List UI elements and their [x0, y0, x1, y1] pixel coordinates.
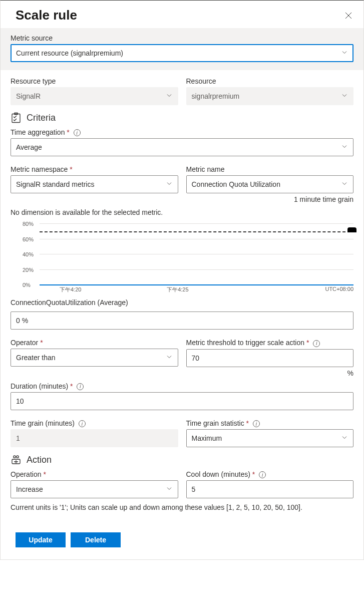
operation-select[interactable]: Increase: [11, 480, 178, 498]
y-tick: 0%: [23, 282, 31, 288]
metric-chart: 80% 60% 40% 20% 0% 下午4:20 下午4:25 UTC+08:…: [11, 223, 353, 293]
resource-value: signalrpremium: [192, 92, 240, 100]
page-title: Scale rule: [16, 8, 77, 23]
chevron-down-icon: [341, 49, 348, 58]
time-grain-note: 1 minute time grain: [186, 195, 354, 203]
chart-legend: ConnectionQuotaUtilization (Average): [11, 298, 353, 306]
units-note: Current units is '1'; Units can scale up…: [11, 503, 353, 511]
y-tick: 20%: [23, 267, 34, 273]
metric-namespace-value: SignalR standard metrics: [16, 180, 94, 188]
resource-label: Resource: [186, 77, 354, 85]
cooldown-label: Cool down (minutes) * i: [186, 470, 354, 478]
duration-label: Duration (minutes) * i: [11, 382, 353, 390]
time-grain-value: 1: [16, 434, 20, 442]
resource-type-select: SignalR: [11, 87, 178, 105]
time-aggregation-select[interactable]: Average: [11, 138, 353, 156]
threshold-marker[interactable]: [347, 227, 356, 232]
y-tick: 60%: [23, 236, 34, 242]
x-tick-tz: UTC+08:00: [325, 286, 353, 293]
x-tick: 下午4:25: [167, 286, 188, 293]
time-grain-input: 1: [11, 429, 178, 447]
info-icon[interactable]: i: [253, 420, 260, 427]
chevron-down-icon: [166, 180, 173, 189]
chevron-down-icon: [166, 485, 173, 494]
svg-point-2: [17, 456, 19, 458]
chevron-down-icon: [341, 143, 348, 152]
time-aggregation-value: Average: [16, 143, 42, 151]
svg-rect-0: [12, 114, 20, 123]
metric-source-value: Current resource (signalrpremium): [16, 49, 123, 57]
dimension-note: No dimension is available for the select…: [11, 208, 353, 216]
duration-input[interactable]: 10: [11, 392, 353, 410]
time-aggregation-label: Time aggregation * i: [11, 128, 353, 136]
action-title: Action: [27, 455, 52, 465]
time-grain-stat-value: Maximum: [192, 434, 222, 442]
info-icon[interactable]: i: [313, 340, 320, 347]
x-tick: 下午4:20: [60, 286, 81, 293]
operator-label: Operator *: [11, 339, 178, 347]
time-grain-stat-label: Time grain statistic * i: [186, 419, 354, 427]
cooldown-input[interactable]: 5: [186, 480, 354, 498]
duration-value: 10: [16, 397, 24, 405]
operator-select[interactable]: Greater than: [11, 349, 178, 367]
metric-namespace-select[interactable]: SignalR standard metrics: [11, 175, 178, 193]
action-icon: [11, 454, 22, 465]
chevron-down-icon: [166, 354, 173, 362]
current-value-input[interactable]: 0 %: [11, 312, 353, 330]
time-grain-stat-select[interactable]: Maximum: [186, 429, 354, 447]
criteria-title: Criteria: [27, 113, 56, 123]
close-button[interactable]: [344, 12, 352, 20]
metric-name-label: Metric name: [186, 165, 354, 173]
operator-value: Greater than: [16, 354, 56, 362]
metric-source-label: Metric source: [11, 34, 353, 42]
metric-source-select[interactable]: Current resource (signalrpremium): [11, 44, 353, 62]
resource-select: signalrpremium: [186, 87, 354, 105]
threshold-input[interactable]: 70: [186, 349, 354, 367]
info-icon[interactable]: i: [259, 471, 266, 478]
threshold-value: 70: [192, 354, 200, 362]
y-tick: 80%: [23, 221, 34, 227]
chevron-down-icon: [166, 92, 173, 101]
chevron-down-icon: [341, 180, 348, 189]
threshold-line: [40, 231, 350, 232]
chevron-down-icon: [341, 434, 348, 443]
resource-type-value: SignalR: [16, 92, 41, 100]
time-grain-label: Time grain (minutes) i: [11, 419, 178, 427]
close-icon: [344, 12, 352, 20]
operation-label: Operation *: [11, 470, 178, 478]
series-line: [40, 284, 353, 285]
metric-name-value: Connection Quota Utilization: [192, 180, 280, 188]
svg-point-1: [14, 456, 16, 458]
threshold-label: Metric threshold to trigger scale action…: [186, 339, 354, 347]
y-tick: 40%: [23, 251, 34, 257]
info-icon[interactable]: i: [74, 129, 81, 136]
cooldown-value: 5: [192, 485, 196, 493]
current-value: 0 %: [16, 317, 28, 325]
operation-value: Increase: [16, 485, 43, 493]
update-button[interactable]: Update: [16, 532, 66, 547]
chevron-down-icon: [341, 92, 348, 101]
resource-type-label: Resource type: [11, 77, 178, 85]
delete-button[interactable]: Delete: [71, 532, 121, 547]
info-icon[interactable]: i: [79, 420, 86, 427]
metric-namespace-label: Metric namespace *: [11, 165, 178, 173]
threshold-unit: %: [186, 369, 354, 377]
metric-name-select[interactable]: Connection Quota Utilization: [186, 175, 354, 193]
criteria-icon: [11, 112, 22, 123]
info-icon[interactable]: i: [77, 383, 84, 390]
